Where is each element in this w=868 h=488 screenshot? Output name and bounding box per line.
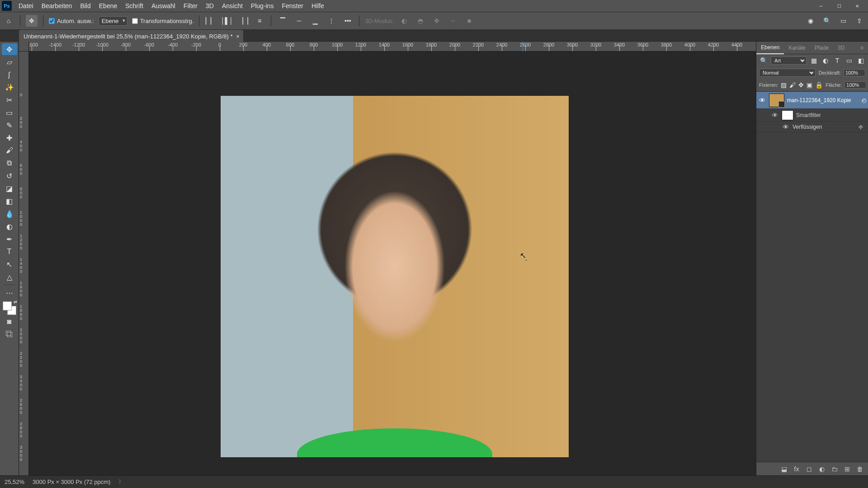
more-align-icon[interactable]: ••• — [342, 15, 354, 27]
menu-3d[interactable]: 3D — [202, 0, 218, 11]
menu-ebene[interactable]: Ebene — [95, 0, 121, 11]
smartfilter-mask-thumbnail[interactable] — [782, 110, 793, 120]
document-info-menu-icon[interactable]: 〉 — [118, 478, 124, 486]
fill-input[interactable] — [844, 81, 866, 89]
ruler-vertical[interactable]: 02 0 04 0 06 0 08 0 01 0 0 01 2 0 01 4 0… — [19, 52, 29, 475]
smartfilter-row[interactable]: 👁 Smartfilter — [756, 109, 868, 122]
menu-hilfe[interactable]: Hilfe — [307, 0, 328, 11]
filter-entry-row[interactable]: 👁 Verflüssigen ≑ — [756, 122, 868, 132]
layer-mask-icon[interactable]: ◻ — [805, 465, 814, 473]
cloud-docs-icon[interactable]: ◉ — [805, 15, 816, 27]
layers-list[interactable]: 👁 man-1122364_1920 Kopie ◴ 👁 Smartfilter… — [756, 92, 868, 462]
panel-menu-icon[interactable]: ≡ — [856, 42, 868, 54]
tool-edit-toolbar[interactable]: ⋯ — [2, 287, 17, 299]
new-layer-icon[interactable]: ⊞ — [843, 465, 852, 473]
menu-bild[interactable]: Bild — [76, 0, 94, 11]
workspace-switcher-icon[interactable]: ▭ — [837, 15, 849, 27]
menu-filter[interactable]: Filter — [179, 0, 202, 11]
opacity-input[interactable] — [844, 69, 865, 76]
window-minimize-button[interactable]: ─ — [812, 0, 830, 12]
lock-pixels-icon[interactable]: 🖌 — [789, 80, 796, 89]
search-icon[interactable]: 🔍 — [759, 56, 768, 65]
tool-dodge[interactable]: ◐ — [2, 221, 17, 232]
document-tab[interactable]: Unbenannt-1-Wiederhergestellt bei 25,5% … — [19, 30, 243, 42]
delete-layer-icon[interactable]: 🗑 — [855, 465, 864, 473]
distribute-h-icon[interactable]: ≡ — [254, 15, 265, 27]
canvas-viewport[interactable]: ▫ — [29, 52, 756, 475]
foreground-color-swatch[interactable] — [3, 301, 12, 310]
filter-smart-icon[interactable]: ◧ — [856, 56, 865, 65]
layer-fx-icon[interactable]: fx — [792, 465, 801, 473]
tool-screen-mode[interactable]: ⿻ — [2, 328, 17, 340]
zoom-level-label[interactable]: 25,52% — [5, 479, 24, 485]
layer-row[interactable]: 👁 man-1122364_1920 Kopie ◴ — [756, 92, 868, 109]
lock-position-icon[interactable]: ✥ — [798, 80, 804, 89]
lock-artboard-icon[interactable]: ▣ — [807, 80, 812, 89]
tool-frame[interactable]: ▭ — [2, 107, 17, 118]
window-close-button[interactable]: ✕ — [848, 0, 866, 12]
menu-auswahl[interactable]: Auswahl — [147, 0, 179, 11]
align-bottom-icon[interactable]: ▁ — [309, 15, 321, 27]
tool-eraser[interactable]: ◪ — [2, 183, 17, 194]
tool-move[interactable]: ✥ — [2, 43, 17, 55]
panel-tab-kanaele[interactable]: Kanäle — [784, 42, 810, 54]
layer-name-label[interactable]: man-1122364_1920 Kopie — [787, 97, 859, 103]
panel-tab-3d[interactable]: 3D — [833, 42, 849, 54]
align-top-icon[interactable]: ▔ — [277, 15, 288, 27]
tool-crop[interactable]: ✂ — [2, 94, 17, 106]
tool-path-select[interactable]: ↖ — [2, 258, 17, 270]
search-icon[interactable]: 🔍 — [821, 15, 833, 27]
ruler-origin[interactable] — [19, 42, 29, 52]
auto-select-checkbox[interactable]: Autom. ausw.: — [49, 18, 94, 24]
document-tab-close-icon[interactable]: × — [236, 33, 240, 40]
layer-visibility-toggle[interactable]: 👁 — [758, 97, 766, 104]
align-center-h-icon[interactable]: │▌│ — [221, 15, 233, 27]
tool-healing[interactable]: ✚ — [2, 132, 17, 144]
ruler-horizontal[interactable]: -1600-1400-1200-1000-800-600-400-2000200… — [29, 42, 756, 52]
menu-ansicht[interactable]: Ansicht — [218, 0, 247, 11]
align-center-v-icon[interactable]: ─ — [293, 15, 305, 27]
tool-clone[interactable]: ⧉ — [2, 157, 17, 169]
filter-adjust-icon[interactable]: ◐ — [821, 56, 830, 65]
panel-tab-pfade[interactable]: Pfade — [810, 42, 833, 54]
align-left-icon[interactable]: ▏▏ — [205, 15, 217, 27]
filter-pixel-icon[interactable]: ▦ — [809, 56, 818, 65]
filter-shape-icon[interactable]: ▭ — [844, 56, 854, 65]
tool-blur[interactable]: 💧 — [2, 208, 17, 220]
layer-thumbnail[interactable] — [769, 94, 784, 107]
tool-shape[interactable]: △ — [2, 271, 17, 283]
tool-lasso[interactable]: ʃ — [2, 69, 17, 80]
tool-artboard[interactable]: ▱ — [2, 56, 17, 68]
menu-fenster[interactable]: Fenster — [278, 0, 307, 11]
link-layers-icon[interactable]: ⬓ — [779, 465, 788, 473]
share-icon[interactable]: ⇪ — [854, 15, 865, 27]
document-info-label[interactable]: 3000 Px × 3000 Px (72 ppcm) — [33, 479, 110, 485]
lock-all-icon[interactable]: 🔒 — [815, 80, 823, 89]
panel-tab-ebenen[interactable]: Ebenen — [756, 42, 784, 54]
color-swatches[interactable]: ⇄ — [3, 301, 16, 315]
tool-magic-wand[interactable]: ✨ — [2, 81, 17, 93]
filter-name-label[interactable]: Verflüssigen — [793, 124, 855, 130]
tool-eyedropper[interactable]: ✎ — [2, 119, 17, 131]
menu-plugins[interactable]: Plug-ins — [247, 0, 278, 11]
layer-filter-type-select[interactable]: Art — [771, 56, 807, 65]
transform-controls-checkbox[interactable]: Transformationsstrg. — [132, 18, 194, 24]
adjustment-layer-icon[interactable]: ◐ — [817, 465, 826, 473]
layer-group-icon[interactable]: 🗀 — [830, 465, 839, 473]
filter-visibility-toggle[interactable]: 👁 — [782, 123, 790, 131]
auto-select-target-select[interactable]: Ebene — [99, 16, 127, 26]
window-maximize-button[interactable]: ☐ — [830, 0, 848, 12]
menu-schrift[interactable]: Schrift — [121, 0, 147, 11]
filter-type-icon[interactable]: T — [833, 56, 842, 65]
move-tool-icon[interactable]: ✥ — [26, 15, 38, 27]
align-right-icon[interactable]: ▕▕ — [237, 15, 249, 27]
smartfilter-visibility-toggle[interactable]: 👁 — [771, 112, 779, 119]
distribute-v-icon[interactable]: ⋮ — [326, 15, 337, 27]
lock-transparent-icon[interactable]: ▨ — [781, 80, 787, 89]
swap-colors-icon[interactable]: ⇄ — [14, 300, 17, 304]
tool-quick-mask[interactable]: ◙ — [2, 316, 17, 328]
menu-datei[interactable]: Datei — [14, 0, 38, 11]
tool-gradient[interactable]: ◧ — [2, 195, 17, 207]
tool-brush[interactable]: 🖌 — [2, 145, 17, 156]
menu-bearbeiten[interactable]: Bearbeiten — [38, 0, 76, 11]
